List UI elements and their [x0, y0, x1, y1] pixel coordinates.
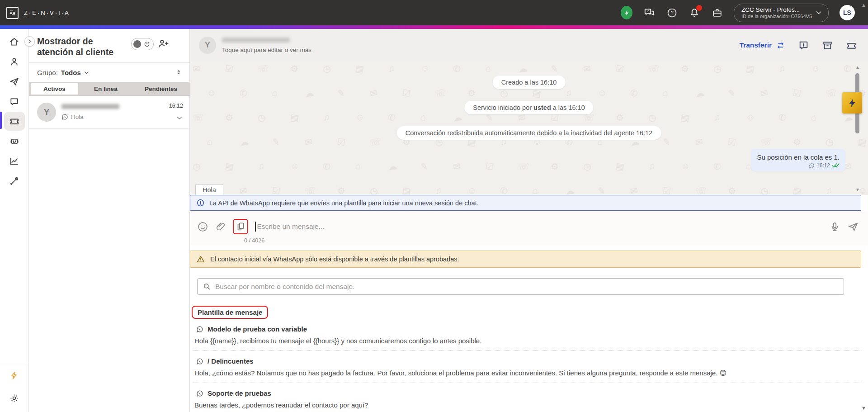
zenvia-brand: Z·E·N·V·I·A — [6, 7, 70, 19]
preview-text: Hola — [71, 114, 84, 120]
transfer-button[interactable]: Transferir — [739, 41, 785, 50]
feedback-icon[interactable] — [798, 40, 809, 51]
sidebar-item-broadcast[interactable] — [4, 72, 25, 91]
contact-name-redacted — [61, 104, 119, 109]
help-icon[interactable]: ? — [666, 7, 678, 19]
user-avatar[interactable]: LS — [840, 5, 855, 20]
toggle-dot — [133, 40, 141, 48]
ticket-icon[interactable] — [846, 40, 857, 51]
emoji-icon[interactable] — [197, 221, 208, 232]
sidebar-item-chats[interactable] — [4, 92, 25, 111]
template-warning-banner: El contacto inicial vía WhatsApp sólo es… — [190, 251, 861, 268]
system-message-created: Creado a las 16:10 — [493, 76, 566, 89]
sort-icon[interactable] — [175, 69, 182, 76]
attachment-icon[interactable] — [215, 221, 226, 232]
chat-icon — [9, 96, 19, 107]
live-chat-help-icon[interactable]: ? — [643, 7, 655, 19]
outgoing-message-bubble: Su posición en la cola es 1. 16:12 — [751, 149, 845, 171]
add-contact-icon[interactable] — [157, 38, 169, 49]
nav-rail — [0, 29, 29, 412]
tab-activos[interactable]: Activos — [31, 83, 78, 95]
status-bolt-icon[interactable] — [621, 7, 632, 19]
conversation-meta: 16:12 — [169, 103, 183, 122]
chevron-down-icon[interactable] — [169, 114, 183, 122]
scroll-up-icon[interactable]: ▲ — [855, 65, 860, 70]
tab-en-linea[interactable]: En línea — [78, 83, 133, 95]
settings-gear-icon — [9, 393, 19, 403]
microphone-icon[interactable] — [829, 221, 840, 232]
outgoing-message-meta: 16:12 — [757, 162, 840, 169]
contact-avatar: Y — [37, 103, 56, 122]
group-dropdown[interactable]: Todos — [61, 69, 81, 76]
organization-selector[interactable]: ZCC Servir - Profes... ID de la organiza… — [734, 4, 829, 22]
content-area: Mostrador de atención al cliente Grupo: … — [0, 29, 868, 412]
page-scroll-down-icon[interactable]: ▼ — [861, 405, 866, 411]
sidebar-item-settings[interactable] — [4, 391, 25, 405]
info-icon — [196, 199, 205, 207]
template-body: Hola, ¿cómo estás? Notamos que no has pa… — [194, 369, 861, 378]
template-copy-icon — [236, 221, 245, 232]
sidebar-item-home[interactable] — [4, 32, 25, 51]
sidebar-item-tools[interactable] — [4, 171, 25, 190]
availability-toggle[interactable] — [131, 38, 154, 50]
notifications-bell-icon[interactable] — [689, 7, 700, 19]
svg-text:?: ? — [670, 10, 673, 15]
archive-icon[interactable] — [822, 40, 833, 51]
bot-icon — [9, 136, 20, 147]
template-search-input[interactable] — [215, 283, 839, 291]
group-filter-row: Grupo: Todos — [29, 63, 189, 82]
info-banner-text: La API de WhatsApp requiere que envíes u… — [209, 199, 479, 207]
send-icon — [9, 76, 19, 87]
sidebar-item-contacts[interactable] — [4, 52, 25, 71]
zenvia-logo-icon — [6, 7, 19, 19]
notification-badge — [696, 5, 702, 11]
search-icon — [203, 282, 211, 291]
template-item[interactable]: Modelo de prueba con variable Hola {{nam… — [193, 319, 861, 351]
conversation-info: Hola — [61, 103, 164, 120]
tab-pendientes[interactable]: Pendientes — [133, 83, 189, 95]
briefcase-icon[interactable] — [711, 7, 723, 19]
page-title: Mostrador de atención al cliente — [37, 36, 127, 58]
chat-scrollbar[interactable]: ▲ ▼ — [855, 65, 860, 192]
page-scroll-up-icon[interactable]: ▲ — [861, 2, 866, 8]
sidebar-item-tickets[interactable] — [4, 112, 25, 131]
message-input[interactable] — [257, 223, 823, 231]
composer-row — [197, 216, 859, 237]
tools-icon — [9, 176, 19, 186]
template-item[interactable]: / Delincuentes Hola, ¿cómo estás? Notamo… — [193, 351, 861, 383]
scroll-down-icon[interactable]: ▼ — [855, 188, 860, 192]
green-bolt-circle — [621, 6, 632, 19]
sidebar-item-analytics[interactable] — [4, 152, 25, 170]
template-picker-button[interactable] — [233, 219, 248, 234]
quick-actions-badge[interactable] — [842, 92, 862, 114]
outgoing-message-text: Su posición en la cola es 1. — [757, 153, 840, 161]
outgoing-message-time: 16:12 — [816, 162, 830, 169]
warning-banner-text: El contacto inicial vía WhatsApp sólo es… — [210, 256, 459, 263]
chat-contact-avatar[interactable]: Y — [199, 37, 216, 54]
message-history[interactable]: ✉☑☏⚙◷▤♫☺✆⌂☁✎✉☑☏⚙◷▤♫☺✆⌂☺✆⌂☁✎✉☑☏⚙◷▤♫☺✆⌂☁✎✉… — [190, 62, 868, 195]
template-search[interactable] — [197, 278, 844, 295]
conversation-list-item[interactable]: Y Hola 16:12 — [29, 96, 189, 129]
app-window: Z·E·N·V·I·A ? ? ZCC Servir - Prof — [0, 0, 868, 412]
conversation-time: 16:12 — [169, 103, 183, 109]
svg-text:?: ? — [647, 9, 649, 13]
incoming-message-snippet: Hola — [195, 184, 223, 195]
template-name-row: Modelo de prueba con variable — [196, 325, 861, 333]
chat-header-actions: Transferir — [739, 40, 857, 51]
topbar-actions: ? ? ZCC Servir - Profes... ID de la orga… — [621, 4, 855, 22]
template-item[interactable]: Soporte de pruebas Buenas tardes, ¿podem… — [193, 383, 861, 412]
sidebar-item-flash[interactable] — [4, 369, 25, 382]
whatsapp-icon — [196, 358, 203, 365]
template-list: Modelo de prueba con variable Hola {{nam… — [190, 319, 868, 412]
message-input-wrap — [255, 222, 822, 232]
sidebar-item-bots[interactable] — [4, 132, 25, 151]
template-body: Buenas tardes, ¿podemos reanudar el cont… — [194, 401, 861, 410]
template-name-row: Soporte de pruebas — [196, 389, 861, 397]
template-name: Soporte de pruebas — [208, 389, 271, 397]
collapse-rail-button[interactable] — [24, 36, 35, 47]
send-plane-icon[interactable] — [847, 221, 859, 232]
chat-contact-block[interactable]: Toque aquí para editar o ver más — [222, 38, 311, 53]
message-preview: Hola — [61, 114, 164, 120]
chevron-down-icon[interactable] — [83, 69, 90, 76]
top-bar: Z·E·N·V·I·A ? ? ZCC Servir - Prof — [0, 0, 868, 25]
